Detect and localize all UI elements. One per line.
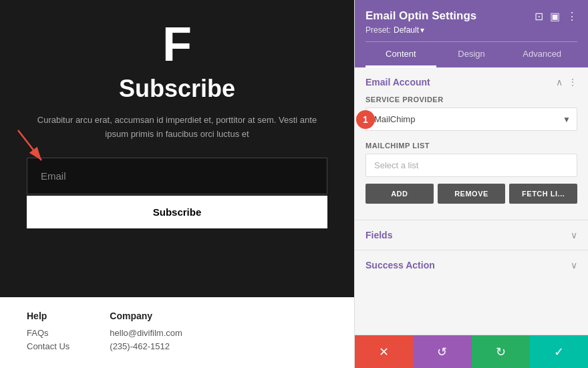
logo: F — [162, 20, 192, 68]
footer: Help FAQs Contact Us Company hello@divif… — [0, 297, 354, 368]
tab-content[interactable]: Content — [365, 42, 436, 67]
email-account-content: Service Provider MailChimp ▼ 1 MailChimp… — [355, 96, 588, 220]
website-preview: F Subscribe Curabitur arcu erat, accumsa… — [0, 0, 354, 368]
description-text: Curabitur arcu erat, accumsan id imperdi… — [30, 114, 324, 142]
expand-icon[interactable]: ⊡ — [535, 10, 543, 23]
service-provider-select[interactable]: MailChimp — [365, 108, 577, 131]
preset-chevron-icon: ▾ — [420, 25, 424, 35]
footer-faqs: FAQs — [27, 328, 69, 338]
mailchimp-list-label: MailChimp List — [365, 142, 577, 150]
success-action-chevron-icon: ∨ — [571, 260, 577, 270]
cancel-icon: ✕ — [379, 345, 389, 359]
mailchimp-list-select[interactable]: Select a list — [365, 154, 577, 177]
redo-button[interactable]: ↻ — [472, 335, 530, 368]
preset-value: Default — [394, 25, 419, 35]
remove-button[interactable]: REMOVE — [438, 184, 506, 204]
reset-icon: ↺ — [437, 345, 447, 359]
section-header-email: Email Account ∧ ⋮ — [355, 67, 588, 96]
tab-design[interactable]: Design — [436, 42, 507, 67]
fields-section[interactable]: Fields ∨ — [355, 220, 588, 250]
success-action-section[interactable]: Success Action ∨ — [355, 250, 588, 280]
preset-label: Preset: — [365, 25, 391, 35]
settings-panel: Email Optin Settings ⊡ ▣ ⋮ Preset: Defau… — [354, 0, 588, 368]
settings-title: Email Optin Settings — [365, 9, 476, 23]
footer-help-heading: Help — [27, 311, 69, 321]
email-account-section: Email Account ∧ ⋮ Service Provider MailC… — [355, 67, 588, 220]
email-account-title: Email Account — [365, 77, 430, 87]
save-icon: ✓ — [554, 345, 564, 359]
email-field[interactable]: Email — [27, 158, 327, 194]
tabs-row: Content Design Advanced — [365, 41, 577, 67]
add-button[interactable]: ADD — [365, 184, 434, 204]
svg-line-1 — [18, 130, 41, 160]
service-provider-wrapper: MailChimp ▼ 1 — [365, 108, 577, 131]
fetch-button[interactable]: FETCH LI... — [509, 184, 577, 204]
subscribe-button[interactable]: Subscribe — [27, 196, 327, 228]
tab-advanced[interactable]: Advanced — [506, 42, 577, 67]
arrow-indicator — [15, 127, 55, 167]
save-button[interactable]: ✓ — [530, 335, 588, 368]
header-icons: ⊡ ▣ ⋮ — [535, 10, 577, 23]
reset-button[interactable]: ↺ — [413, 335, 471, 368]
footer-company-heading: Company — [110, 311, 182, 321]
action-buttons: ADD REMOVE FETCH LI... — [365, 184, 577, 204]
badge-1: 1 — [356, 110, 375, 129]
service-provider-label: Service Provider — [365, 96, 577, 104]
footer-col-company: Company hello@divifilm.com (235)-462-151… — [110, 311, 182, 355]
cancel-button[interactable]: ✕ — [355, 335, 413, 368]
redo-icon: ↻ — [496, 345, 506, 359]
fields-title: Fields — [365, 230, 392, 240]
more-icon[interactable]: ⋮ — [567, 10, 577, 23]
page-title: Subscribe — [119, 75, 235, 103]
footer-phone: (235)-462-1512 — [110, 341, 182, 351]
footer-contact: Contact Us — [27, 341, 69, 351]
columns-icon[interactable]: ▣ — [550, 10, 560, 23]
fields-chevron-icon: ∨ — [571, 230, 577, 240]
footer-email: hello@divifilm.com — [110, 328, 182, 338]
collapse-icon[interactable]: ∧ — [556, 77, 563, 87]
section-header-icons: ∧ ⋮ — [556, 77, 577, 87]
bottom-toolbar: ✕ ↺ ↻ ✓ — [355, 335, 588, 368]
preset-row: Preset: Default ▾ — [365, 25, 577, 35]
success-action-title: Success Action — [365, 260, 435, 270]
settings-body: Email Account ∧ ⋮ Service Provider MailC… — [355, 67, 588, 335]
settings-header: Email Optin Settings ⊡ ▣ ⋮ Preset: Defau… — [355, 0, 588, 67]
footer-col-help: Help FAQs Contact Us — [27, 311, 69, 355]
preset-dropdown[interactable]: Default ▾ — [394, 25, 424, 35]
more-section-icon[interactable]: ⋮ — [568, 77, 577, 87]
